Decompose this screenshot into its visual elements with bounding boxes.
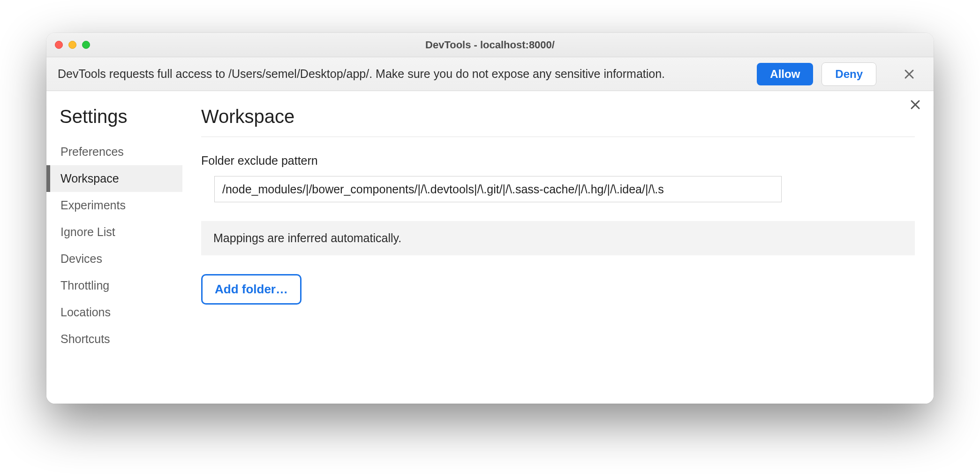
sidebar-item-experiments[interactable]: Experiments	[60, 192, 182, 219]
close-icon	[910, 99, 920, 110]
permission-bar: DevTools requests full access to /Users/…	[46, 57, 934, 91]
exclude-pattern-input[interactable]	[214, 176, 782, 202]
sidebar-item-preferences[interactable]: Preferences	[60, 138, 182, 165]
devtools-window: DevTools - localhost:8000/ DevTools requ…	[46, 33, 934, 404]
sidebar-item-locations[interactable]: Locations	[60, 299, 182, 326]
close-icon	[904, 69, 914, 79]
allow-button[interactable]: Allow	[757, 63, 813, 85]
mappings-info: Mappings are inferred automatically.	[201, 221, 915, 255]
window-title: DevTools - localhost:8000/	[46, 39, 934, 51]
deny-button[interactable]: Deny	[822, 62, 876, 86]
sidebar-item-shortcuts[interactable]: Shortcuts	[60, 326, 182, 352]
settings-main: Workspace Folder exclude pattern Mapping…	[182, 91, 934, 404]
window-close-button[interactable]	[55, 41, 63, 49]
settings-nav: Preferences Workspace Experiments Ignore…	[60, 138, 182, 352]
settings-title: Settings	[60, 106, 182, 127]
sidebar-item-workspace[interactable]: Workspace	[46, 165, 182, 192]
permission-message: DevTools requests full access to /Users/…	[58, 67, 748, 81]
titlebar: DevTools - localhost:8000/	[46, 33, 934, 57]
sidebar-item-devices[interactable]: Devices	[60, 245, 182, 272]
window-zoom-button[interactable]	[82, 41, 90, 49]
window-minimize-button[interactable]	[68, 41, 76, 49]
sidebar-item-ignore-list[interactable]: Ignore List	[60, 219, 182, 245]
traffic-lights	[55, 41, 90, 49]
sidebar-item-throttling[interactable]: Throttling	[60, 272, 182, 299]
exclude-pattern-label: Folder exclude pattern	[201, 154, 915, 168]
page-title: Workspace	[201, 106, 915, 137]
permission-close-button[interactable]	[899, 64, 920, 84]
settings-close-button[interactable]	[910, 99, 920, 110]
settings-body: Settings Preferences Workspace Experimen…	[46, 91, 934, 404]
settings-sidebar: Settings Preferences Workspace Experimen…	[46, 91, 182, 404]
add-folder-button[interactable]: Add folder…	[201, 274, 302, 305]
